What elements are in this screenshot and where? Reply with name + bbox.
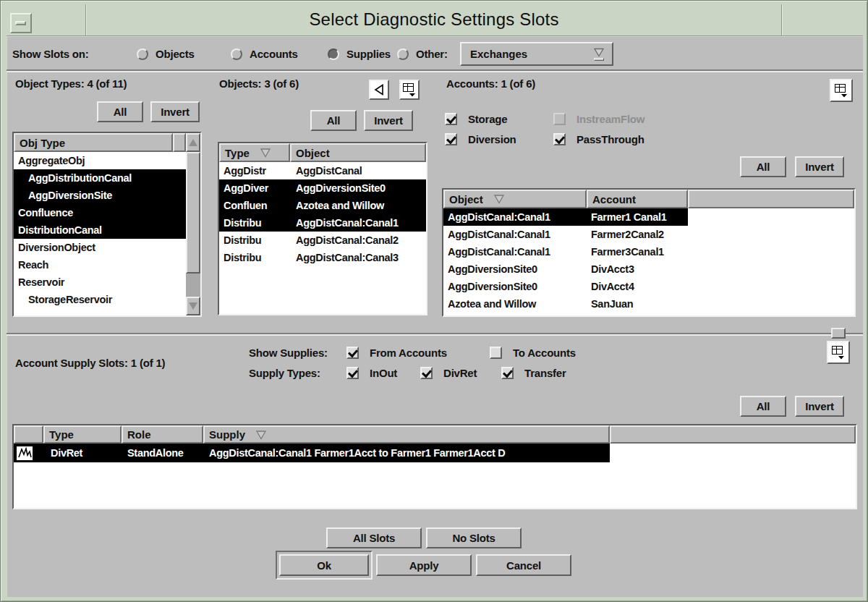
scrollbar-track[interactable] xyxy=(186,152,200,297)
object-types-invert-button[interactable]: Invert xyxy=(150,101,200,122)
list-item[interactable]: DiversionObject xyxy=(14,239,186,256)
supply-types-label: Supply Types: xyxy=(249,367,320,379)
radio-other[interactable] xyxy=(397,48,409,60)
accounts-account-column-header[interactable]: Account xyxy=(587,190,688,208)
supply-view-menu-button[interactable] xyxy=(827,341,850,364)
list-item[interactable]: AggDistributionCanal xyxy=(14,169,186,187)
sort-descending-icon xyxy=(493,194,505,204)
object-types-list: Obj Type AggregateObj AggDistributionCan… xyxy=(12,132,202,317)
accounts-view-menu-button[interactable] xyxy=(830,79,853,102)
divret-label[interactable]: DivRet xyxy=(443,367,477,379)
table-menu-icon xyxy=(830,344,846,360)
list-item[interactable]: Reach xyxy=(14,256,186,274)
show-slots-label: Show Slots on: xyxy=(12,48,89,60)
pane-sash-handle[interactable] xyxy=(831,328,846,339)
storage-label[interactable]: Storage xyxy=(468,113,507,125)
triangle-left-icon xyxy=(373,83,386,96)
objects-type-column-header[interactable]: Type xyxy=(219,143,290,162)
title-bar[interactable]: Select Diagnostic Settings Slots xyxy=(6,6,862,35)
table-row[interactable]: DistribuAggDistCanal:Canal2 xyxy=(219,232,426,249)
object-types-column-header[interactable]: Obj Type xyxy=(14,133,173,152)
table-row[interactable]: AggDistCanal:Canal1Farmer3Canal1 xyxy=(443,243,854,260)
passthrough-checkbox[interactable] xyxy=(553,133,566,145)
from-accounts-label[interactable]: From Accounts xyxy=(370,347,447,359)
table-row[interactable]: Azotea and WillowSanJuan xyxy=(443,295,854,313)
instreamflow-label: InstreamFlow xyxy=(576,113,644,125)
object-types-all-button[interactable]: All xyxy=(97,101,143,122)
dropdown-arrow-icon xyxy=(593,48,605,61)
scroll-up-icon[interactable] xyxy=(186,133,200,152)
radio-accounts[interactable] xyxy=(231,48,242,60)
accounts-invert-button[interactable]: Invert xyxy=(795,156,844,177)
supply-role-column-header[interactable]: Role xyxy=(122,425,203,444)
from-accounts-checkbox[interactable] xyxy=(346,347,359,359)
list-item[interactable]: AggDiversionSite xyxy=(14,187,186,204)
table-row[interactable]: DistribuAggDistCanal:Canal1 xyxy=(219,214,426,232)
list-item[interactable]: DistributionCanal xyxy=(14,221,186,239)
objects-table: Type Object AggDistrAggDistCanal AggDive… xyxy=(218,142,427,315)
apply-button[interactable]: Apply xyxy=(376,554,472,576)
supply-invert-button[interactable]: Invert xyxy=(795,396,844,417)
radio-objects-label[interactable]: Objects xyxy=(156,48,195,60)
inout-checkbox[interactable] xyxy=(346,367,359,379)
window-title: Select Diagnostic Settings Slots xyxy=(6,9,862,30)
cancel-button[interactable]: Cancel xyxy=(476,554,571,576)
object-types-title: Object Types: 4 (of 11) xyxy=(15,77,127,90)
table-row[interactable]: AggDistCanal:Canal1Farmer2Canal2 xyxy=(443,226,854,243)
no-slots-button[interactable]: No Slots xyxy=(426,527,522,548)
other-dropdown[interactable]: Exchanges xyxy=(460,42,613,66)
table-row[interactable]: AggDiversionSite0DivAcct4 xyxy=(443,278,854,295)
table-row[interactable]: DivRet StandAlone AggDistCanal:Canal1 Fa… xyxy=(14,444,856,462)
table-row[interactable]: AggDistCanal:Canal1Farmer1 Canal1 xyxy=(443,208,854,226)
ok-button[interactable]: Ok xyxy=(279,554,369,576)
previous-selection-button[interactable] xyxy=(369,80,389,100)
list-item[interactable]: Confluence xyxy=(14,204,186,221)
objects-object-column-header[interactable]: Object xyxy=(290,143,426,162)
objects-invert-button[interactable]: Invert xyxy=(364,110,413,131)
table-row[interactable]: DistribuAggDistCanal:Canal3 xyxy=(219,249,426,266)
dialog-content: Show Slots on: Objects Accounts Supplies… xyxy=(7,35,863,597)
supply-slots-title: Account Supply Slots: 1 (of 1) xyxy=(15,357,165,369)
list-item[interactable]: Reservoir xyxy=(14,274,186,291)
list-item[interactable]: StorageReservoir xyxy=(14,291,186,308)
accounts-table-body: AggDistCanal:Canal1Farmer1 Canal1 AggDis… xyxy=(443,208,854,315)
supply-supply-column-header[interactable]: Supply xyxy=(203,425,610,444)
transfer-label[interactable]: Transfer xyxy=(524,367,566,379)
accounts-all-button[interactable]: All xyxy=(740,156,786,177)
supply-type-column-header[interactable]: Type xyxy=(43,425,122,444)
radio-supplies[interactable] xyxy=(328,48,339,60)
diversion-checkbox[interactable] xyxy=(445,133,457,145)
storage-checkbox[interactable] xyxy=(445,113,457,125)
scroll-down-icon[interactable] xyxy=(186,297,200,315)
divret-checkbox[interactable] xyxy=(420,367,433,379)
table-menu-icon xyxy=(833,82,849,98)
all-slots-button[interactable]: All Slots xyxy=(326,527,422,548)
passthrough-label[interactable]: PassThrough xyxy=(576,133,644,145)
transfer-checkbox[interactable] xyxy=(501,367,514,379)
table-row[interactable]: ConfluenAzotea and Willow xyxy=(219,197,426,214)
inout-label[interactable]: InOut xyxy=(370,367,397,379)
to-accounts-label[interactable]: To Accounts xyxy=(513,347,576,359)
supply-table-body: DivRet StandAlone AggDistCanal:Canal1 Fa… xyxy=(14,444,856,508)
objects-title: Objects: 3 (of 6) xyxy=(219,77,299,90)
pane-divider xyxy=(7,333,863,336)
table-row[interactable]: AggDiverAggDiversionSite0 xyxy=(219,179,426,197)
accounts-header-filler xyxy=(688,190,854,208)
list-item[interactable]: AggregateObj xyxy=(14,152,186,169)
supply-all-button[interactable]: All xyxy=(740,396,786,417)
table-row[interactable]: AggDiversionSite0DivAcct3 xyxy=(443,260,854,278)
objects-all-button[interactable]: All xyxy=(310,110,357,131)
radio-objects[interactable] xyxy=(137,48,148,60)
scrollbar-thumb[interactable] xyxy=(186,152,200,274)
radio-accounts-label[interactable]: Accounts xyxy=(250,48,298,60)
table-menu-icon xyxy=(401,82,417,98)
diversion-label[interactable]: Diversion xyxy=(468,133,516,145)
top-separator xyxy=(7,69,863,72)
object-types-scrollbar[interactable] xyxy=(186,133,200,315)
table-row[interactable]: AggDistrAggDistCanal xyxy=(219,162,426,179)
objects-view-menu-button[interactable] xyxy=(399,80,420,100)
radio-supplies-label[interactable]: Supplies xyxy=(346,48,391,60)
accounts-object-column-header[interactable]: Object xyxy=(443,190,587,208)
radio-other-label[interactable]: Other: xyxy=(416,48,448,60)
to-accounts-checkbox[interactable] xyxy=(490,347,502,359)
